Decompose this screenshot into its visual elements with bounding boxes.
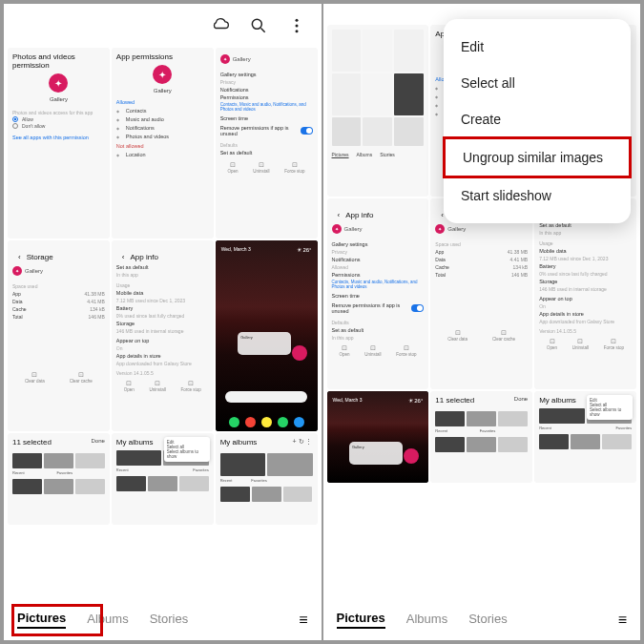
menu-select-all[interactable]: Select all bbox=[444, 65, 631, 101]
tab-albums[interactable]: Albums bbox=[87, 612, 128, 628]
menu-slideshow[interactable]: Start slideshow bbox=[444, 177, 631, 214]
bottom-tabs: Pictures Albums Stories ≡ bbox=[4, 601, 322, 640]
thumb-app-info-settings[interactable]: Gallery Gallery settings Privacy Notific… bbox=[216, 48, 318, 239]
thumb-albums-menu-r[interactable]: My albums Edit Select all Select albums … bbox=[534, 391, 636, 483]
svg-point-3 bbox=[295, 30, 298, 32]
thumb-home-screen[interactable]: Wed, March 3 ☀ 26° Gallery bbox=[216, 240, 318, 431]
tab-pictures-r[interactable]: Pictures bbox=[337, 611, 385, 629]
search-icon[interactable] bbox=[249, 16, 268, 39]
tab-pictures[interactable]: Pictures bbox=[17, 611, 66, 629]
thumb-home-screen-r[interactable]: Wed, March 3 ☀ 26° Gallery bbox=[327, 391, 429, 483]
phone-screen-left: Photos and videos permission Gallery Pho… bbox=[4, 4, 322, 640]
menu-ungroup-similar[interactable]: Ungroup similar images bbox=[443, 136, 632, 178]
hamburger-icon[interactable]: ≡ bbox=[299, 612, 307, 629]
thumb-storage[interactable]: ‹Storage Gallery Space used App41.38 MB … bbox=[8, 240, 110, 431]
bottom-tabs-r: Pictures Albums Stories ≡ bbox=[323, 601, 641, 640]
menu-edit[interactable]: Edit bbox=[444, 29, 631, 65]
thumb-selected[interactable]: 11 selectedDone RecentFavorites bbox=[8, 433, 110, 525]
thumb-selected-r[interactable]: 11 selectedDone RecentFavorites bbox=[430, 391, 532, 483]
thumb-permission[interactable]: Photos and videos permission Gallery Pho… bbox=[8, 48, 110, 239]
thumb-albums-menu[interactable]: My albums Edit Select all Select albums … bbox=[112, 433, 214, 525]
gallery-app-icon bbox=[49, 73, 68, 93]
tab-stories-r[interactable]: Stories bbox=[468, 612, 507, 628]
svg-point-1 bbox=[295, 19, 298, 22]
thumb-app-info2-r[interactable]: ‹App info Set as default In this app Usa… bbox=[534, 198, 636, 389]
thumb-app-info[interactable]: ‹App info Set as default In this app Usa… bbox=[112, 240, 214, 431]
menu-create[interactable]: Create bbox=[444, 101, 631, 137]
thumb-gallery-grid[interactable]: PicturesAlbumsStories bbox=[327, 25, 429, 197]
thumb-app-permissions[interactable]: App permissions Gallery Allowed Contacts… bbox=[112, 48, 214, 239]
svg-point-2 bbox=[295, 25, 298, 28]
gallery-app-icon bbox=[153, 65, 172, 84]
tab-albums-r[interactable]: Albums bbox=[406, 612, 447, 628]
thumb-app-info-r[interactable]: ‹App info Gallery Gallery settings Priva… bbox=[327, 198, 429, 389]
hamburger-icon-r[interactable]: ≡ bbox=[618, 612, 627, 629]
cloud-icon[interactable] bbox=[211, 16, 230, 39]
more-icon[interactable] bbox=[287, 16, 306, 39]
svg-point-0 bbox=[252, 19, 261, 29]
thumb-storage-r[interactable]: ‹Storage Gallery Space used App41.38 MB … bbox=[430, 198, 532, 389]
tab-stories[interactable]: Stories bbox=[150, 612, 188, 628]
overflow-menu: Edit Select all Create Ungroup similar i… bbox=[444, 19, 631, 223]
thumb-my-albums[interactable]: My albums+ ↻ ⋮ RecentFavorites bbox=[216, 433, 318, 525]
phone-screen-right: Edit Select all Create Ungroup similar i… bbox=[323, 4, 641, 640]
